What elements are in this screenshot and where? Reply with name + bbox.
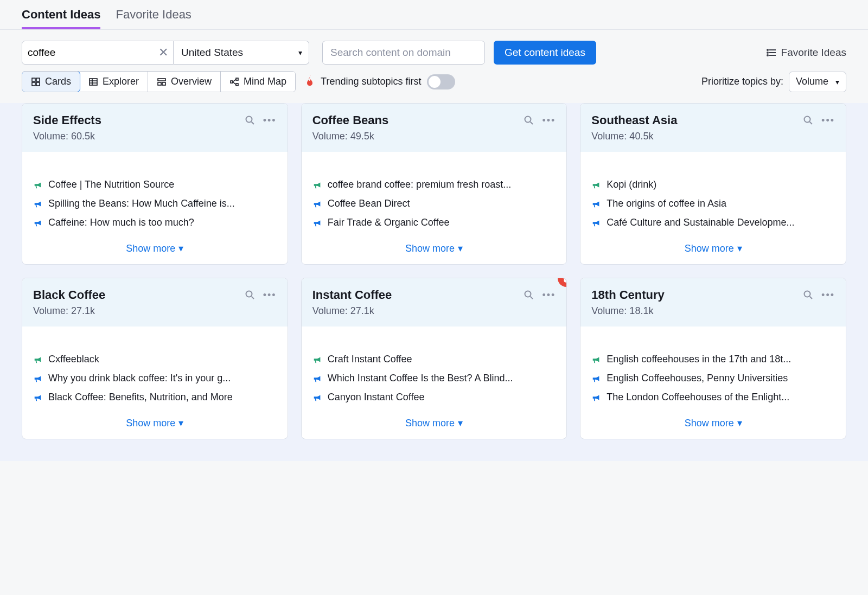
- search-icon[interactable]: [524, 115, 534, 126]
- card-body: Kopi (drink)The origins of coffee in Asi…: [580, 152, 846, 234]
- show-more-label: Show more: [405, 418, 455, 429]
- view-explorer[interactable]: Explorer: [80, 72, 148, 92]
- card-title: Black Coffee: [33, 288, 105, 302]
- idea-row[interactable]: Canyon Instant Coffee: [312, 392, 556, 403]
- show-more-button[interactable]: Show more▾: [22, 408, 288, 439]
- more-icon[interactable]: •••: [542, 115, 556, 126]
- idea-text: English Coffeehouses, Penny Universities: [607, 373, 788, 384]
- idea-text: Black Coffee: Benefits, Nutrition, and M…: [48, 392, 233, 403]
- more-icon[interactable]: •••: [542, 290, 556, 301]
- view-cards[interactable]: Cards: [22, 71, 80, 92]
- card-body: coffee brand coffee: premium fresh roast…: [302, 152, 567, 234]
- chevron-down-icon: ▾: [298, 48, 302, 57]
- svg-rect-18: [236, 78, 238, 80]
- svg-point-5: [767, 55, 768, 56]
- idea-row[interactable]: coffee brand coffee: premium fresh roast…: [312, 179, 556, 190]
- more-icon[interactable]: •••: [263, 115, 277, 126]
- svg-line-27: [810, 122, 813, 125]
- cards-icon: [31, 77, 41, 87]
- idea-row[interactable]: English Coffeehouses, Penny Universities: [591, 373, 835, 384]
- svg-rect-16: [162, 82, 165, 85]
- idea-row[interactable]: Coffee | The Nutrition Source: [33, 179, 277, 190]
- search-icon[interactable]: [524, 290, 534, 300]
- card-actions: •••: [245, 290, 277, 301]
- favorite-ideas-label: Favorite Ideas: [781, 47, 846, 59]
- show-more-button[interactable]: Show more▾: [22, 234, 288, 264]
- idea-row[interactable]: English coffeehouses in the 17th and 18t…: [591, 354, 835, 365]
- idea-row[interactable]: Why you drink black coffee: It's in your…: [33, 373, 277, 384]
- list-icon: [766, 47, 777, 58]
- tab-content-ideas[interactable]: Content Ideas: [22, 8, 100, 29]
- card-actions: •••: [245, 115, 277, 126]
- more-icon[interactable]: •••: [821, 290, 835, 301]
- card-header: Black Coffee•••Volume: 27.1k: [22, 278, 288, 327]
- bullhorn-icon: [33, 355, 43, 364]
- clear-keyword-icon[interactable]: ✕: [156, 46, 170, 60]
- idea-row[interactable]: Which Instant Coffee Is the Best? A Blin…: [312, 373, 556, 384]
- svg-line-21: [233, 82, 236, 85]
- chevron-down-icon: ▾: [458, 242, 463, 254]
- idea-row[interactable]: Cxffeeblack: [33, 354, 277, 365]
- country-value: United States: [181, 47, 243, 59]
- show-more-label: Show more: [685, 243, 734, 254]
- bullhorn-icon: [33, 199, 43, 209]
- prioritize-label: Prioritize topics by:: [701, 76, 783, 87]
- idea-text: Which Instant Coffee Is the Best? A Blin…: [328, 373, 513, 384]
- more-icon[interactable]: •••: [821, 115, 835, 126]
- domain-search-input[interactable]: [322, 41, 485, 65]
- bullhorn-icon: [591, 374, 601, 383]
- idea-row[interactable]: Fair Trade & Organic Coffee: [312, 217, 556, 228]
- view-overview[interactable]: Overview: [148, 72, 221, 92]
- card-title: Coffee Beans: [312, 113, 389, 127]
- card-header: Side Effects•••Volume: 60.5k: [22, 104, 288, 152]
- prioritize-wrap: Prioritize topics by: Volume ▾: [701, 72, 846, 92]
- favorite-ideas-link[interactable]: Favorite Ideas: [766, 47, 846, 59]
- show-more-button[interactable]: Show more▾: [580, 408, 846, 439]
- card-volume: Volume: 27.1k: [33, 305, 277, 317]
- search-icon[interactable]: [803, 290, 814, 300]
- search-icon[interactable]: [245, 115, 256, 126]
- show-more-button[interactable]: Show more▾: [580, 234, 846, 264]
- get-content-ideas-button[interactable]: Get content ideas: [494, 41, 596, 65]
- trending-label: Trending subtopics first: [321, 76, 421, 87]
- idea-text: Coffee Bean Direct: [328, 198, 410, 209]
- view-mindmap[interactable]: Mind Map: [221, 72, 295, 92]
- prioritize-select[interactable]: Volume ▾: [789, 72, 846, 92]
- show-more-label: Show more: [126, 243, 175, 254]
- svg-rect-9: [36, 82, 40, 86]
- idea-row[interactable]: The origins of coffee in Asia: [591, 198, 835, 209]
- card-body: CxffeeblackWhy you drink black coffee: I…: [22, 327, 288, 408]
- svg-rect-10: [90, 79, 97, 85]
- card-volume: Volume: 27.1k: [312, 305, 556, 317]
- keyword-input[interactable]: [28, 47, 156, 59]
- tab-favorite-ideas[interactable]: Favorite Ideas: [116, 8, 191, 29]
- idea-row[interactable]: Café Culture and Sustainable Developme..…: [591, 217, 835, 228]
- idea-row[interactable]: Black Coffee: Benefits, Nutrition, and M…: [33, 392, 277, 403]
- card-header: Southeast Asia•••Volume: 40.5k: [580, 104, 846, 152]
- chevron-down-icon: ▾: [737, 242, 742, 254]
- idea-row[interactable]: Coffee Bean Direct: [312, 198, 556, 209]
- search-icon[interactable]: [803, 115, 814, 126]
- country-select[interactable]: United States ▾: [174, 41, 309, 65]
- chevron-down-icon: ▾: [178, 417, 183, 429]
- idea-text: The origins of coffee in Asia: [607, 198, 726, 209]
- idea-row[interactable]: The London Coffeehouses of the Enlight..…: [591, 392, 835, 403]
- search-icon[interactable]: [245, 290, 256, 300]
- idea-text: Craft Instant Coffee: [328, 354, 412, 365]
- trending-toggle[interactable]: [427, 74, 455, 89]
- show-more-button[interactable]: Show more▾: [302, 408, 567, 439]
- show-more-label: Show more: [685, 418, 734, 429]
- chevron-down-icon: ▾: [458, 417, 463, 429]
- idea-row[interactable]: Caffeine: How much is too much?: [33, 217, 277, 228]
- svg-line-25: [531, 122, 533, 125]
- idea-row[interactable]: Spilling the Beans: How Much Caffeine is…: [33, 198, 277, 209]
- topic-card: Southeast Asia•••Volume: 40.5kKopi (drin…: [580, 103, 846, 265]
- idea-row[interactable]: Craft Instant Coffee: [312, 354, 556, 365]
- view-cards-label: Cards: [45, 76, 71, 87]
- show-more-button[interactable]: Show more▾: [302, 234, 567, 264]
- idea-row[interactable]: Kopi (drink): [591, 179, 835, 190]
- more-icon[interactable]: •••: [263, 290, 277, 301]
- keyword-input-wrap: ✕: [22, 41, 174, 65]
- view-overview-label: Overview: [171, 76, 212, 87]
- svg-point-28: [246, 291, 252, 297]
